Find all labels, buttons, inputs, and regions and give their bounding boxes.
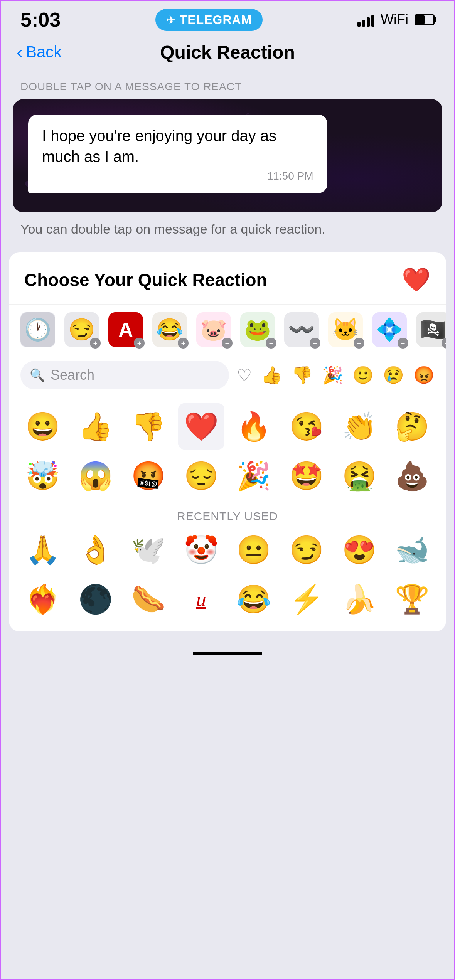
telegram-icon: ✈ xyxy=(166,13,176,27)
back-button[interactable]: ‹ Back xyxy=(17,43,62,61)
sticker-pack-row: 🕐 😏 + A + 😂 + 🐷 + 🐸 + 〰️ + 🐱 + 💠 + xyxy=(9,304,446,355)
recent-emoji-neutral[interactable]: 😐 xyxy=(231,527,277,573)
header: ‹ Back Quick Reaction xyxy=(1,35,454,69)
recent-emoji-prayer[interactable]: 🙏 xyxy=(20,527,66,573)
sticker-pack-diamond[interactable]: 💠 + xyxy=(372,312,407,347)
recent-emoji-heartseyes[interactable]: 😍 xyxy=(336,527,383,573)
message-text: I hope you're enjoying your day as much … xyxy=(42,125,313,167)
plus-badge-frog: + xyxy=(266,338,276,349)
recent-emoji-smirk[interactable]: 😏 xyxy=(283,527,330,573)
recent-emoji-trophy[interactable]: 🏆 xyxy=(389,576,435,622)
battery-fill xyxy=(416,15,425,24)
wifi-icon: WiFi xyxy=(381,12,408,28)
recent-icon: 🕐 xyxy=(20,312,55,347)
recent-emoji-whale[interactable]: 🐋 xyxy=(389,527,435,573)
filter-icons: ♡ 👍 👎 🎉 🙂 😢 😡 xyxy=(237,365,435,385)
recent-emoji-dove[interactable]: 🕊️ xyxy=(125,527,172,573)
emoji-heart[interactable]: ❤️ xyxy=(178,403,224,450)
recent-emoji-banana[interactable]: 🍌 xyxy=(336,576,383,622)
plus-badge-diamond: + xyxy=(398,338,408,349)
emoji-thumbsup[interactable]: 👍 xyxy=(72,403,119,450)
emoji-grid-section: 😀 👍 👎 ❤️ 🔥 😘 👏 🤔 🤯 😱 🤬 😔 🎉 🤩 🤮 💩 RECENTL… xyxy=(9,397,446,631)
sticker-pack-pirate[interactable]: 🏴‍☠️ + xyxy=(416,312,446,347)
plus-badge-pig: + xyxy=(222,338,233,349)
status-time: 5:03 xyxy=(20,8,61,31)
signal-bar-1 xyxy=(357,22,361,27)
sticker-pack-cat[interactable]: 🐱 + xyxy=(328,312,363,347)
plus-badge-emoji: + xyxy=(90,338,101,349)
filter-party-icon[interactable]: 🎉 xyxy=(322,365,343,385)
search-input[interactable]: Search xyxy=(51,367,94,383)
emoji-fire[interactable]: 🔥 xyxy=(231,403,277,450)
plus-badge-a: + xyxy=(134,338,145,349)
search-bar[interactable]: 🔍 Search xyxy=(20,361,229,389)
emoji-starstruck[interactable]: 🤩 xyxy=(283,453,330,499)
plus-badge-laugh: + xyxy=(178,338,189,349)
choose-reaction-header: Choose Your Quick Reaction ❤️ xyxy=(24,266,431,293)
choose-reaction-title: Choose Your Quick Reaction xyxy=(24,269,267,290)
back-label: Back xyxy=(26,43,62,61)
back-chevron-icon: ‹ xyxy=(17,43,23,61)
section-label: DOUBLE TAP ON A MESSAGE TO REACT xyxy=(1,69,454,99)
plus-badge-cat: + xyxy=(354,338,364,349)
current-reaction-icon: ❤️ xyxy=(402,266,431,293)
status-right: WiFi xyxy=(357,12,435,28)
home-indicator-area xyxy=(1,631,454,662)
filter-thumbsdown-icon[interactable]: 👎 xyxy=(292,365,313,385)
recent-emoji-row-1: 🙏 👌 🕊️ 🤡 😐 😏 😍 🐋 xyxy=(17,527,438,573)
sticker-pack-pig[interactable]: 🐷 + xyxy=(196,312,231,347)
plus-badge-squiggle: + xyxy=(310,338,320,349)
message-time: 11:50 PM xyxy=(42,170,313,182)
filter-angry-icon[interactable]: 😡 xyxy=(413,365,435,385)
emoji-mindblown[interactable]: 🤯 xyxy=(20,453,66,499)
sticker-pack-emoji[interactable]: 😏 + xyxy=(64,312,99,347)
recent-emoji-clown[interactable]: 🤡 xyxy=(178,527,224,573)
message-preview-card: ★ ✦ ★ ✧ ✦ ✦ ❤ ✿ I hope you're enjoying y… xyxy=(13,99,442,212)
emoji-grinning[interactable]: 😀 xyxy=(20,403,66,450)
sticker-pack-squiggle[interactable]: 〰️ + xyxy=(284,312,319,347)
signal-bar-2 xyxy=(362,20,365,27)
signal-bar-3 xyxy=(367,17,370,27)
emoji-thumbsdown[interactable]: 👎 xyxy=(125,403,172,450)
home-indicator xyxy=(193,652,262,655)
emoji-row-1: 😀 👍 👎 ❤️ 🔥 😘 👏 🤔 xyxy=(17,403,438,450)
sticker-pack-recent[interactable]: 🕐 xyxy=(20,312,55,347)
recent-emoji-row-2: ❤️‍🔥 🌑 🌭 u 😂 ⚡ 🍌 🏆 xyxy=(17,576,438,622)
battery-icon xyxy=(415,14,435,25)
recent-emoji-laugh[interactable]: 😂 xyxy=(231,576,277,622)
page-title: Quick Reaction xyxy=(160,42,295,63)
telegram-badge: ✈ TELEGRAM xyxy=(155,9,263,31)
filter-smile-icon[interactable]: 🙂 xyxy=(352,365,374,385)
status-center: ✈ TELEGRAM xyxy=(155,9,263,31)
emoji-thinking[interactable]: 🤔 xyxy=(389,403,435,450)
message-bubble: I hope you're enjoying your day as much … xyxy=(28,115,327,193)
filter-heart-icon[interactable]: ♡ xyxy=(237,365,252,385)
emoji-swearing[interactable]: 🤬 xyxy=(125,453,172,499)
sticker-pack-a[interactable]: A + xyxy=(108,312,143,347)
recent-emoji-ok[interactable]: 👌 xyxy=(72,527,119,573)
filter-sad-icon[interactable]: 😢 xyxy=(383,365,404,385)
recently-used-label: RECENTLY USED xyxy=(17,502,438,527)
emoji-party[interactable]: 🎉 xyxy=(231,453,277,499)
emoji-sad[interactable]: 😔 xyxy=(178,453,224,499)
emoji-vomit[interactable]: 🤮 xyxy=(336,453,383,499)
recent-emoji-hotdog[interactable]: 🌭 xyxy=(125,576,172,622)
status-bar: 5:03 ✈ TELEGRAM WiFi xyxy=(1,1,454,35)
emoji-kiss[interactable]: 😘 xyxy=(283,403,330,450)
recent-emoji-underline-u[interactable]: u xyxy=(178,576,224,622)
emoji-clap[interactable]: 👏 xyxy=(336,403,383,450)
filter-thumbsup-icon[interactable]: 👍 xyxy=(261,365,282,385)
recent-emoji-heartfire[interactable]: ❤️‍🔥 xyxy=(20,576,66,622)
sticker-pack-frog[interactable]: 🐸 + xyxy=(240,312,275,347)
emoji-poop[interactable]: 💩 xyxy=(389,453,435,499)
search-icon: 🔍 xyxy=(30,368,45,382)
signal-bar-4 xyxy=(371,15,374,27)
recent-emoji-moon[interactable]: 🌑 xyxy=(72,576,119,622)
choose-reaction-card: Choose Your Quick Reaction ❤️ xyxy=(9,252,446,304)
sticker-pack-laugh[interactable]: 😂 + xyxy=(152,312,187,347)
recent-emoji-lightning[interactable]: ⚡ xyxy=(283,576,330,622)
emoji-row-2: 🤯 😱 🤬 😔 🎉 🤩 🤮 💩 xyxy=(17,453,438,499)
emoji-shocked[interactable]: 😱 xyxy=(72,453,119,499)
search-filter-row: 🔍 Search ♡ 👍 👎 🎉 🙂 😢 😡 xyxy=(9,355,446,397)
preview-caption: You can double tap on message for a quic… xyxy=(1,212,454,252)
